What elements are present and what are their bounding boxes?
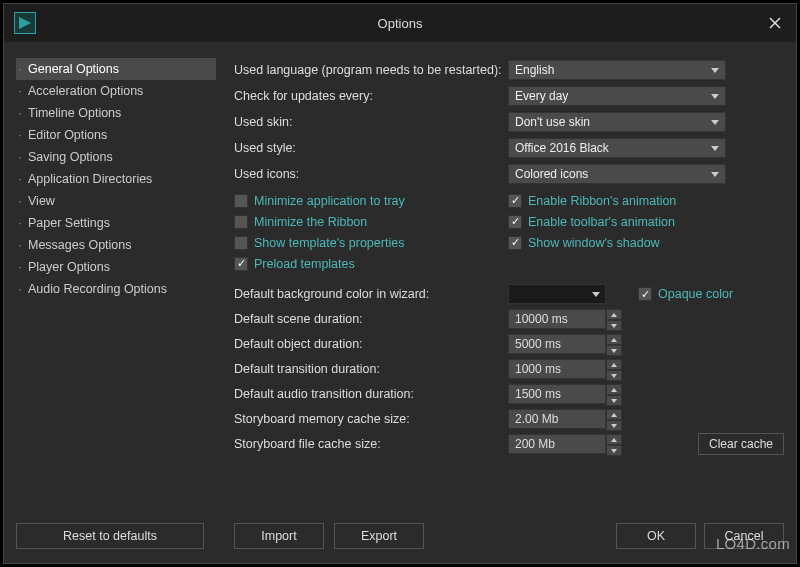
spin-up[interactable] <box>606 409 622 420</box>
cb-label[interactable]: Minimize the Ribbon <box>254 215 367 229</box>
cb-label[interactable]: Minimize application to tray <box>254 194 405 208</box>
window-title: Options <box>4 16 796 31</box>
sidebar-item-messages[interactable]: Messages Options <box>16 234 216 256</box>
button-label: OK <box>647 529 665 543</box>
cb-opaque-color[interactable] <box>638 287 652 301</box>
updates-label: Check for updates every: <box>234 89 373 103</box>
dropdown-value: Every day <box>515 89 568 103</box>
sidebar-item-audiorec[interactable]: Audio Recording Options <box>16 278 216 300</box>
main-panel: Used language (program needs to be resta… <box>234 58 784 513</box>
scene-duration-input[interactable]: 10000 ms <box>508 309 606 329</box>
button-label: Clear cache <box>709 437 773 451</box>
spinner-value: 200 Mb <box>515 437 555 451</box>
language-dropdown[interactable]: English <box>508 60 726 80</box>
updates-dropdown[interactable]: Every day <box>508 86 726 106</box>
sidebar-item-acceleration[interactable]: Acceleration Options <box>16 80 216 102</box>
spin-up[interactable] <box>606 359 622 370</box>
spin-down[interactable] <box>606 320 622 331</box>
sidebar-item-saving[interactable]: Saving Options <box>16 146 216 168</box>
style-dropdown[interactable]: Office 2016 Black <box>508 138 726 158</box>
cb-label[interactable]: Preload templates <box>254 257 355 271</box>
close-button[interactable] <box>762 10 788 36</box>
spinner-value: 2.00 Mb <box>515 412 558 426</box>
cb-toolbar-anim[interactable] <box>508 215 522 229</box>
cb-label[interactable]: Opaque color <box>658 287 733 301</box>
dropdown-value: English <box>515 63 554 77</box>
cb-window-shadow[interactable] <box>508 236 522 250</box>
sidebar-item-label: Application Directories <box>28 172 152 186</box>
sidebar-item-label: General Options <box>28 62 119 76</box>
dropdown-value: Office 2016 Black <box>515 141 609 155</box>
spinner-value: 1500 ms <box>515 387 561 401</box>
transition-duration-input[interactable]: 1000 ms <box>508 359 606 379</box>
ok-button[interactable]: OK <box>616 523 696 549</box>
scene-duration-label: Default scene duration: <box>234 312 508 326</box>
icons-dropdown[interactable]: Colored icons <box>508 164 726 184</box>
cb-label[interactable]: Show template's properties <box>254 236 404 250</box>
button-label: Reset to defaults <box>63 529 157 543</box>
sidebar: General Options Acceleration Options Tim… <box>16 58 216 300</box>
reset-button[interactable]: Reset to defaults <box>16 523 204 549</box>
spin-up[interactable] <box>606 384 622 395</box>
button-label: Export <box>361 529 397 543</box>
bottom-bar: Reset to defaults Import Export OK Cance… <box>16 521 784 551</box>
sidebar-item-label: Acceleration Options <box>28 84 143 98</box>
clear-cache-button[interactable]: Clear cache <box>698 433 784 455</box>
bgcolor-picker[interactable] <box>508 284 606 304</box>
cb-label[interactable]: Enable Ribbon's animation <box>528 194 676 208</box>
sidebar-item-label: Messages Options <box>28 238 132 252</box>
transition-duration-label: Default transition duration: <box>234 362 508 376</box>
spin-up[interactable] <box>606 434 622 445</box>
cb-label[interactable]: Show window's shadow <box>528 236 660 250</box>
cb-ribbon-anim[interactable] <box>508 194 522 208</box>
titlebar: Options <box>4 4 796 42</box>
sidebar-item-label: Paper Settings <box>28 216 110 230</box>
spinner-value: 5000 ms <box>515 337 561 351</box>
sidebar-item-label: Timeline Options <box>28 106 121 120</box>
sidebar-item-timeline[interactable]: Timeline Options <box>16 102 216 124</box>
spin-down[interactable] <box>606 395 622 406</box>
sidebar-item-view[interactable]: View <box>16 190 216 212</box>
sidebar-item-paper[interactable]: Paper Settings <box>16 212 216 234</box>
options-window: Options General Options Acceleration Opt… <box>3 3 797 564</box>
cb-minimize-ribbon[interactable] <box>234 215 248 229</box>
spin-down[interactable] <box>606 370 622 381</box>
spinner-value: 10000 ms <box>515 312 568 326</box>
checkbox-column-left: Minimize application to tray Minimize th… <box>234 190 508 274</box>
sidebar-item-label: Player Options <box>28 260 110 274</box>
skin-dropdown[interactable]: Don't use skin <box>508 112 726 132</box>
spin-down[interactable] <box>606 445 622 456</box>
spin-down[interactable] <box>606 420 622 431</box>
file-cache-label: Storyboard file cache size: <box>234 437 508 451</box>
mem-cache-label: Storyboard memory cache size: <box>234 412 508 426</box>
mem-cache-input[interactable]: 2.00 Mb <box>508 409 606 429</box>
sidebar-item-label: Audio Recording Options <box>28 282 167 296</box>
import-button[interactable]: Import <box>234 523 324 549</box>
watermark: LO4D.com <box>716 535 790 552</box>
cb-preload-templates[interactable] <box>234 257 248 271</box>
sidebar-item-player[interactable]: Player Options <box>16 256 216 278</box>
window-body: General Options Acceleration Options Tim… <box>4 42 796 563</box>
file-cache-input[interactable]: 200 Mb <box>508 434 606 454</box>
export-button[interactable]: Export <box>334 523 424 549</box>
spin-up[interactable] <box>606 334 622 345</box>
audio-transition-input[interactable]: 1500 ms <box>508 384 606 404</box>
cb-minimize-tray[interactable] <box>234 194 248 208</box>
sidebar-item-label: View <box>28 194 55 208</box>
icons-label: Used icons: <box>234 167 299 181</box>
bgcolor-label: Default background color in wizard: <box>234 287 508 301</box>
button-label: Import <box>261 529 296 543</box>
audio-transition-label: Default audio transition duration: <box>234 387 508 401</box>
spin-up[interactable] <box>606 309 622 320</box>
cb-label[interactable]: Enable toolbar's animation <box>528 215 675 229</box>
close-icon <box>768 16 782 30</box>
sidebar-item-editor[interactable]: Editor Options <box>16 124 216 146</box>
style-label: Used style: <box>234 141 296 155</box>
cb-show-template-props[interactable] <box>234 236 248 250</box>
spin-down[interactable] <box>606 345 622 356</box>
object-duration-input[interactable]: 5000 ms <box>508 334 606 354</box>
dropdown-value: Don't use skin <box>515 115 590 129</box>
spinner-value: 1000 ms <box>515 362 561 376</box>
sidebar-item-general[interactable]: General Options <box>16 58 216 80</box>
sidebar-item-appdirs[interactable]: Application Directories <box>16 168 216 190</box>
